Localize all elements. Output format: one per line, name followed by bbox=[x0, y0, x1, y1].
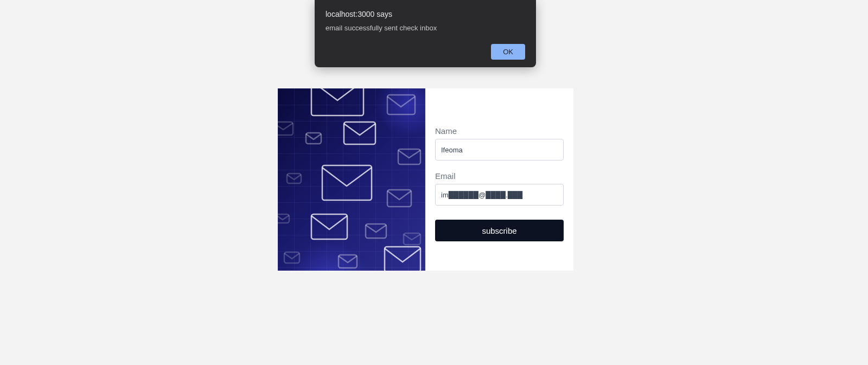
svg-rect-0 bbox=[311, 88, 363, 116]
envelope-icon bbox=[386, 189, 412, 208]
subscription-card: Name Email subscribe bbox=[278, 88, 573, 271]
svg-rect-13 bbox=[385, 247, 420, 271]
subscription-form: Name Email subscribe bbox=[425, 88, 573, 271]
alert-message-text: email successfully sent check inbox bbox=[326, 24, 525, 32]
svg-rect-10 bbox=[311, 214, 347, 239]
envelope-icon bbox=[343, 121, 376, 145]
subscribe-button[interactable]: subscribe bbox=[435, 220, 564, 241]
email-input[interactable] bbox=[435, 184, 564, 206]
envelope-icon bbox=[283, 251, 301, 264]
email-label: Email bbox=[435, 171, 564, 181]
envelope-icon bbox=[286, 172, 302, 184]
envelope-icon bbox=[278, 121, 294, 136]
svg-rect-15 bbox=[339, 255, 357, 268]
alert-ok-button[interactable]: OK bbox=[491, 44, 525, 60]
svg-rect-6 bbox=[287, 174, 301, 183]
alert-origin-text: localhost:3000 says bbox=[326, 10, 525, 18]
svg-rect-7 bbox=[322, 165, 372, 200]
svg-rect-4 bbox=[344, 122, 375, 144]
envelope-icon bbox=[321, 164, 373, 201]
envelope-icon bbox=[310, 213, 348, 240]
envelope-icon bbox=[397, 148, 422, 165]
envelope-icon bbox=[403, 232, 422, 246]
name-input[interactable] bbox=[435, 139, 564, 161]
envelope-icon bbox=[310, 88, 365, 117]
envelope-icon bbox=[386, 94, 416, 116]
envelope-icon bbox=[384, 246, 422, 271]
envelope-icon bbox=[305, 132, 322, 145]
alert-actions: OK bbox=[326, 44, 525, 60]
svg-rect-14 bbox=[284, 252, 299, 263]
envelope-icon bbox=[365, 223, 387, 239]
name-label: Name bbox=[435, 126, 564, 136]
svg-rect-5 bbox=[398, 149, 420, 164]
svg-rect-8 bbox=[387, 190, 411, 207]
browser-alert-dialog: localhost:3000 says email successfully s… bbox=[315, 0, 536, 67]
svg-rect-3 bbox=[306, 133, 321, 144]
svg-rect-1 bbox=[387, 95, 415, 114]
envelope-icon bbox=[337, 254, 358, 269]
svg-rect-11 bbox=[366, 224, 386, 238]
card-hero-image bbox=[278, 88, 425, 271]
envelope-icon bbox=[278, 213, 290, 224]
